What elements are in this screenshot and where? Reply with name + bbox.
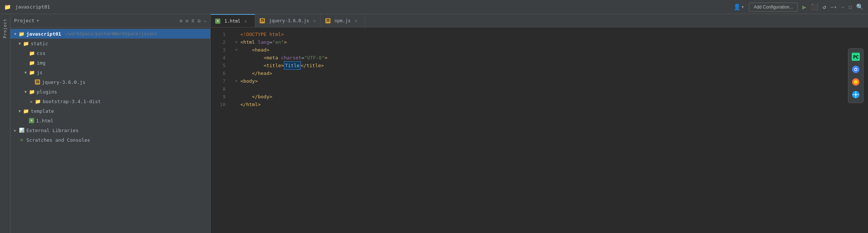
tree-item-root[interactable]: ▼ 📁 javascript01 ~/workSpace/pycharmWork… (10, 29, 210, 39)
project-header: Project ▼ ⊕ ≡ ≣ ⚙ — (10, 14, 210, 27)
fold-btn-5 (235, 62, 240, 69)
more-dropdown[interactable]: ⋯▾ (831, 4, 837, 10)
code-tag-head: <head> (252, 46, 269, 54)
fold-btn-6 (235, 69, 240, 77)
tree-label-plugins: plugins (37, 89, 57, 95)
pycharm-icon[interactable]: PC (851, 52, 861, 62)
add-icon[interactable]: ⊕ (179, 18, 182, 24)
fold-btn-10 (235, 101, 240, 108)
code-indent-6 (240, 69, 252, 77)
fold-btn-3[interactable]: ▼ (235, 46, 240, 54)
code-line-1: <!DOCTYPE html> (235, 30, 868, 38)
collapse-all-icon[interactable]: ≡ (185, 18, 188, 24)
project-panel: Project ▼ ⊕ ≡ ≣ ⚙ — ▼ 📁 javascript01 ~/w… (10, 14, 211, 233)
tab-close-jquery[interactable]: × (313, 18, 316, 24)
tab-icon-jquery: JS (260, 18, 265, 23)
project-folder-icon: 📁 (4, 4, 10, 9)
js-file-icon-jquery: JS (35, 79, 40, 85)
tree-label-css: css (37, 50, 45, 56)
tree-item-plugins[interactable]: ▼ 📁 plugins (10, 87, 210, 96)
tree-item-template[interactable]: ▼ 📁 template (10, 106, 210, 116)
fold-btn-8 (235, 85, 240, 93)
window-maximize[interactable]: □ (849, 4, 852, 10)
tree-label-extlibs: External Libraries (26, 128, 79, 133)
tab-close-npm[interactable]: × (354, 18, 357, 24)
code-tag-body-close: </body> (252, 93, 272, 101)
tab-npm[interactable]: JS npm.js × (321, 14, 365, 27)
run-button[interactable]: ▶ (802, 3, 806, 11)
tree-arrow-template: ▼ (18, 109, 22, 113)
code-eq-1: = (269, 38, 272, 46)
settings-icon[interactable]: ⚙ (197, 18, 200, 24)
tree-label-img: img (37, 60, 45, 66)
user-icon[interactable]: 👤▾ (733, 3, 744, 10)
tree-arrow-plugins: ▼ (24, 90, 27, 94)
fold-btn-1 (235, 30, 240, 38)
search-title-button[interactable]: 🔍 (856, 3, 864, 10)
tree-item-scratches[interactable]: ⚙ Scratches and Consoles (10, 135, 210, 145)
project-header-left: Project ▼ (14, 18, 39, 23)
profile-button[interactable]: ↺ (823, 3, 826, 10)
tree-item-css[interactable]: 📁 css (10, 48, 210, 58)
window-minimize[interactable]: — (841, 4, 844, 10)
tab-1html[interactable]: H 1.html × (211, 14, 255, 27)
code-line-9: </body> (235, 93, 868, 101)
file-tree: ▼ 📁 javascript01 ~/workSpace/pycharmWork… (10, 27, 210, 233)
project-dropdown-arrow[interactable]: ▼ (37, 19, 39, 23)
chrome-icon[interactable] (851, 64, 861, 75)
code-tag-body: <body> (240, 77, 258, 85)
line-numbers: 1 2 3 4 5 6 7 8 9 10 (211, 27, 229, 233)
project-side-label[interactable]: Project (2, 17, 8, 40)
code-content[interactable]: <!DOCTYPE html> ▼ <html lang = "en" > ▼ … (229, 27, 868, 233)
tree-label-static: static (31, 41, 48, 46)
code-doctype: <!DOCTYPE html> (240, 30, 284, 38)
add-config-button[interactable]: Add Configuration... (749, 3, 798, 12)
tree-arrow-extlibs: ▶ (13, 128, 17, 132)
svg-point-4 (855, 69, 857, 70)
tree-label-js: js (37, 70, 43, 75)
code-indent-9 (240, 93, 252, 101)
tree-item-extlibs[interactable]: ▶ 📊 External Libraries (10, 125, 210, 135)
tab-jquery[interactable]: JS jquery-3.6.0.js × (255, 14, 321, 27)
tab-close-1html[interactable]: × (244, 18, 247, 24)
folder-icon-bootstrap: 📁 (35, 99, 41, 104)
fold-btn-2[interactable]: ▼ (235, 38, 240, 46)
code-area: 1 2 3 4 5 6 7 8 9 10 <!DOCTYPE html> (211, 27, 868, 233)
code-indent-3 (240, 46, 252, 54)
tree-item-bootstrap[interactable]: ▶ 📁 bootstrap-3.4.1-dist (10, 96, 210, 106)
fold-btn-4 (235, 54, 240, 62)
folder-icon-plugins: 📁 (29, 89, 35, 94)
folder-icon-scratches: ⚙ (19, 138, 24, 142)
tab-icon-npm: JS (325, 18, 331, 23)
code-tag-html-close: > (284, 38, 287, 46)
code-val-en: "en" (272, 38, 284, 46)
safari-icon[interactable] (851, 89, 861, 100)
firefox-icon[interactable] (851, 77, 861, 87)
debug-button[interactable]: ⬛ (811, 3, 818, 10)
code-tag-title: <title> (264, 62, 284, 69)
code-tag-html-open: <html (240, 38, 255, 46)
code-attr-lang: lang (255, 38, 269, 46)
folder-icon-static: 📁 (23, 41, 29, 46)
code-line-7: ▼ <body> (235, 77, 868, 85)
tab-label-npm: npm.js (335, 18, 351, 23)
tree-label-jquery: jquery-3.6.0.js (42, 79, 85, 85)
html-file-icon-1html: H (29, 118, 34, 123)
collapse-icon-2[interactable]: ≣ (191, 18, 194, 23)
tree-item-js[interactable]: ▼ 📁 js (10, 68, 210, 77)
main-layout: Project Project ▼ ⊕ ≡ ≣ ⚙ — ▼ 📁 javascri… (0, 14, 868, 233)
folder-icon-root: 📁 (19, 32, 24, 36)
tree-item-img[interactable]: 📁 img (10, 58, 210, 68)
close-panel-icon[interactable]: — (204, 18, 207, 24)
code-tag-meta: <meta (264, 54, 278, 62)
title-bar-left: 📁 javascript01 (4, 4, 50, 10)
folder-icon-js: 📁 (29, 70, 35, 75)
tree-item-jquery[interactable]: JS jquery-3.6.0.js (10, 77, 210, 87)
tree-item-1html[interactable]: H 1.html (10, 116, 210, 125)
code-val-utf8: "UTF-8" (304, 54, 325, 62)
tree-item-static[interactable]: ▼ 📁 static (10, 39, 210, 48)
fold-btn-7[interactable]: ▼ (235, 77, 240, 85)
tree-arrow-bootstrap: ▶ (30, 99, 33, 104)
tree-label-1html: 1.html (36, 118, 53, 124)
window-title: javascript01 (15, 4, 50, 10)
